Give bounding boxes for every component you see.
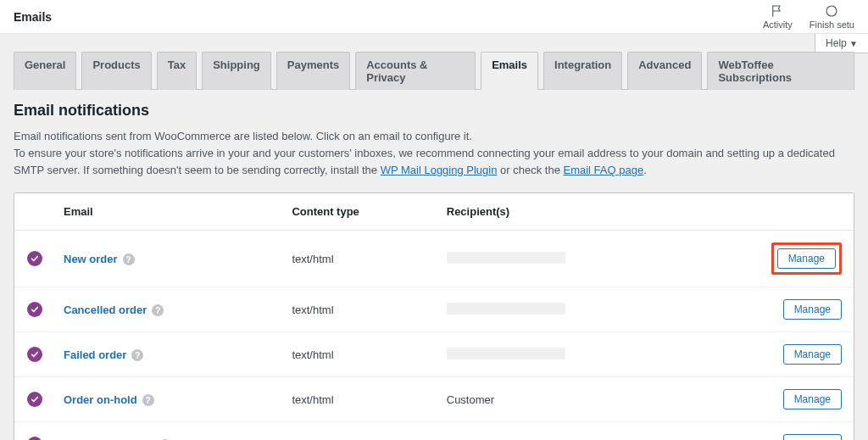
email-name-cell: Processing order? (55, 422, 283, 440)
action-cell: Manage (687, 231, 854, 287)
flag-icon (770, 3, 785, 19)
help-tip-icon[interactable]: ? (152, 304, 164, 316)
content: GeneralProductsTaxShippingPaymentsAccoun… (0, 34, 868, 440)
recipient-cell (438, 231, 687, 287)
tab-accounts-privacy[interactable]: Accounts & Privacy (355, 52, 476, 90)
status-cell (14, 332, 55, 377)
email-name-cell: Cancelled order? (55, 287, 283, 332)
svg-point-0 (826, 6, 837, 16)
table-row: Order on-hold?text/htmlCustomerManage (14, 377, 854, 422)
email-faq-link[interactable]: Email FAQ page (564, 164, 644, 176)
redacted-recipient (447, 303, 565, 315)
tab-advanced[interactable]: Advanced (627, 52, 702, 90)
table-row: Failed order?text/htmlManage (14, 332, 854, 377)
recipient-cell (438, 332, 687, 377)
wp-mail-logging-link[interactable]: WP Mail Logging Plugin (381, 164, 498, 176)
intro-text: . (643, 164, 647, 176)
finish-setup-button[interactable]: Finish setu (810, 3, 854, 30)
status-cell (14, 231, 55, 287)
email-name-link[interactable]: New order (64, 253, 118, 265)
manage-button[interactable]: Manage (783, 434, 842, 440)
email-name-cell: New order? (55, 231, 283, 287)
recipients-header: Recipient(s) (438, 193, 687, 231)
email-name-link[interactable]: Failed order (64, 348, 126, 361)
settings-tabs: GeneralProductsTaxShippingPaymentsAccoun… (14, 51, 854, 90)
action-cell: Manage (687, 377, 854, 422)
redacted-recipient (447, 252, 565, 264)
email-name-cell: Order on-hold? (55, 377, 283, 422)
manage-button[interactable]: Manage (783, 344, 842, 365)
table-row: New order?text/htmlManage (14, 231, 854, 287)
table-header-row: Email Content type Recipient(s) (14, 193, 854, 231)
tab-emails[interactable]: Emails (481, 52, 538, 90)
tab-shipping[interactable]: Shipping (202, 52, 271, 90)
redacted-recipient (447, 348, 565, 359)
help-tip-icon[interactable]: ? (123, 253, 135, 265)
tab-tax[interactable]: Tax (157, 52, 197, 90)
email-name-link[interactable]: Cancelled order (64, 304, 147, 316)
tab-payments[interactable]: Payments (276, 52, 350, 90)
enabled-status-icon (27, 392, 42, 407)
content-type-cell: text/html (283, 287, 437, 332)
content-type-cell: text/html (283, 332, 437, 377)
status-header (14, 193, 55, 231)
action-cell: Manage (687, 422, 854, 440)
content-type-header: Content type (283, 193, 437, 231)
status-cell (14, 377, 55, 422)
help-tip-icon[interactable]: ? (131, 349, 143, 361)
recipient-cell (438, 287, 687, 332)
manage-button[interactable]: Manage (777, 248, 836, 269)
enabled-status-icon (27, 302, 42, 317)
table-row: Processing order?text/htmlCustomerManage (14, 422, 854, 440)
action-cell: Manage (687, 332, 854, 377)
status-cell (14, 287, 55, 332)
recipient-cell: Customer (438, 422, 687, 440)
content-type-cell: text/html (283, 377, 437, 422)
enabled-status-icon (27, 347, 42, 362)
intro-text: or check the (497, 164, 563, 176)
section-title: Email notifications (14, 102, 854, 120)
recipient-cell: Customer (438, 377, 687, 422)
manage-button[interactable]: Manage (783, 389, 842, 409)
emails-table: Email Content type Recipient(s) New orde… (14, 192, 854, 440)
tab-products[interactable]: Products (81, 52, 151, 90)
intro-line-2: To ensure your store's notifications arr… (14, 145, 854, 179)
enabled-status-icon (27, 437, 42, 440)
content-type-cell: text/html (283, 231, 437, 287)
highlight-box: Manage (771, 242, 842, 275)
tab-integration[interactable]: Integration (543, 52, 622, 90)
table-row: Cancelled order?text/htmlManage (14, 287, 854, 332)
activity-button[interactable]: Activity (763, 3, 793, 30)
email-header: Email (55, 193, 283, 231)
page-title: Emails (14, 10, 52, 24)
topbar: Emails Activity Finish setu (0, 0, 868, 34)
manage-button[interactable]: Manage (783, 299, 842, 320)
actions-header (687, 193, 854, 231)
tab-general[interactable]: General (14, 52, 76, 90)
email-name-link[interactable]: Order on-hold (64, 393, 137, 406)
enabled-status-icon (27, 251, 42, 266)
circle-icon (824, 3, 839, 19)
email-name-cell: Failed order? (55, 332, 283, 377)
finish-label: Finish setu (810, 20, 854, 30)
content-type-cell: text/html (283, 422, 437, 440)
topbar-actions: Activity Finish setu (763, 3, 854, 30)
help-tip-icon[interactable]: ? (142, 394, 154, 406)
action-cell: Manage (687, 287, 854, 332)
intro-line-1: Email notifications sent from WooCommerc… (14, 128, 854, 145)
tab-webtoffee-subscriptions[interactable]: WebToffee Subscriptions (707, 52, 854, 90)
status-cell (14, 422, 55, 440)
activity-label: Activity (763, 20, 793, 30)
section-intro: Email notifications sent from WooCommerc… (14, 128, 854, 179)
